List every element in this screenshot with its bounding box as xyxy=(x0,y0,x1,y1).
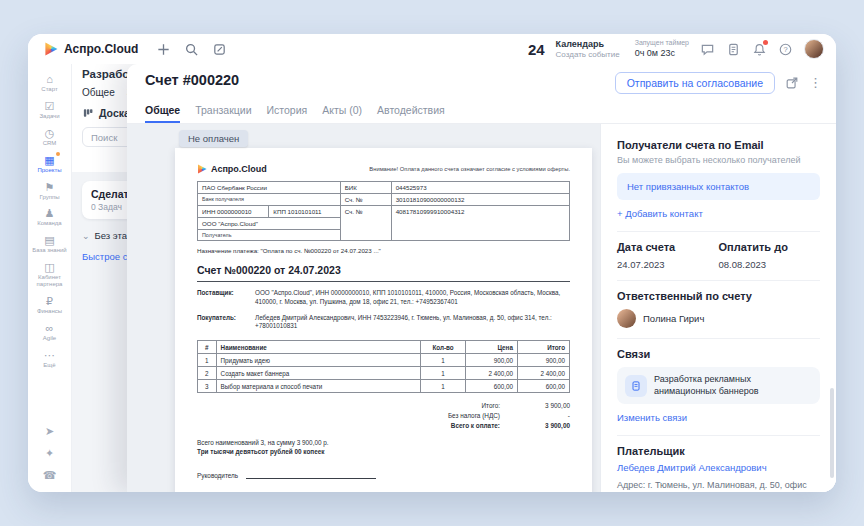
notes-icon[interactable] xyxy=(726,42,741,57)
timer-value: 0ч 0м 23с xyxy=(635,48,689,59)
project-tab-general[interactable]: Общее xyxy=(82,87,115,98)
invoice-tabs: Общее Транзакции История Акты (0) Автоде… xyxy=(127,101,836,124)
app-window: Аспро.Cloud 24 Календарь Создать событие… xyxy=(28,34,836,492)
more-icon: ⋯ xyxy=(44,349,55,361)
relations-section: Связи Разработка рекламных анимационных … xyxy=(617,339,820,436)
left-navigation-rail: ⌂ Старт ☑ Задачи ◷ CRM ▦ Проекты ⚑ Групп… xyxy=(28,64,72,492)
responsible-user[interactable]: Полина Гирич xyxy=(617,309,820,328)
email-recipients-section: Получатели счета по Email Вы можете выбр… xyxy=(617,130,820,232)
edit-relations-link[interactable]: Изменить связи xyxy=(617,412,687,423)
invoice-totals: Итого: 3 900,00 Без налога (НДС) - Всего… xyxy=(380,400,570,430)
gift-icon[interactable]: ✦ xyxy=(45,447,54,460)
sidebar-item-tasks[interactable]: ☑ Задачи xyxy=(28,97,72,123)
sidebar-item-groups[interactable]: ⚑ Группы xyxy=(28,178,72,204)
tab-history[interactable]: История xyxy=(267,101,308,123)
invoice-date-label: Дата счета xyxy=(617,241,719,253)
topbar-right: 24 Календарь Создать событие Запущен тай… xyxy=(528,39,824,59)
status-badge: Не оплачен xyxy=(179,130,248,147)
projects-icon: ▦ xyxy=(44,154,54,166)
invoice-details-panel: Получатели счета по Email Вы можете выбр… xyxy=(600,124,836,492)
tasks-icon: ☑ xyxy=(45,100,55,112)
topbar: Аспро.Cloud 24 Календарь Создать событие… xyxy=(28,34,836,64)
items-summary: Всего наименований 3, на сумму 3 900,00 … xyxy=(197,439,570,446)
no-contacts-notice[interactable]: Нет привязанных контактов xyxy=(617,173,820,200)
invoice-modal-header: Счет #000220 Отправить на согласование ⋮ xyxy=(127,64,836,94)
topbar-quick-icons xyxy=(156,42,227,57)
invoice-modal: Счет #000220 Отправить на согласование ⋮… xyxy=(127,64,836,492)
sidebar-item-team[interactable]: ♟ Команда xyxy=(28,204,72,230)
payment-purpose: Назначение платежа: "Оплата по сч. №0002… xyxy=(197,247,570,254)
finance-icon: ₽ xyxy=(46,295,53,307)
tab-acts[interactable]: Акты (0) xyxy=(322,101,362,123)
knowledge-base-icon: ▤ xyxy=(44,234,54,246)
home-icon: ⌂ xyxy=(46,73,53,85)
sidebar-item-crm[interactable]: ◷ CRM xyxy=(28,124,72,150)
phone-icon[interactable]: ☎ xyxy=(43,469,57,482)
open-external-icon[interactable] xyxy=(785,76,799,90)
bank-details-table: ПАО Сбербанк России БИК 044525973 Банк п… xyxy=(197,181,570,241)
related-project-name: Разработка рекламных анимационных баннер… xyxy=(654,374,812,397)
payer-address: Адрес: г. Тюмень, ул. Малиновая, д. 50, … xyxy=(617,479,820,492)
svg-text:?: ? xyxy=(783,45,787,54)
plus-icon[interactable] xyxy=(156,42,171,57)
related-project-card[interactable]: Разработка рекламных анимационных баннер… xyxy=(617,367,820,404)
calendar-day-number[interactable]: 24 xyxy=(528,41,545,58)
app-logo-icon xyxy=(44,42,58,56)
buyer-row: Покупатель: Лебедев Дмитрий Александрови… xyxy=(197,314,570,332)
search-icon[interactable] xyxy=(184,42,199,57)
kebab-menu-icon[interactable]: ⋮ xyxy=(809,76,822,90)
partner-cabinet-icon: ◫ xyxy=(44,261,54,273)
timer-label: Запущен таймер xyxy=(635,39,689,47)
doc-logo-icon xyxy=(197,164,207,174)
calendar-widget[interactable]: Календарь Создать событие xyxy=(556,39,620,59)
payer-section: Плательщик Лебедев Дмитрий Александрович… xyxy=(617,436,820,492)
due-date-value: 08.08.2023 xyxy=(719,259,821,270)
sidebar-item-more[interactable]: ⋯ Ещё xyxy=(28,346,72,372)
amount-in-words: Три тысячи девятьсот рублей 00 копеек xyxy=(197,448,570,455)
signature-row: Руководитель xyxy=(197,472,570,479)
kanban-icon xyxy=(82,107,94,119)
rocket-icon[interactable]: ➤ xyxy=(45,425,54,438)
sidebar-item-partner-cabinet[interactable]: ◫ Кабинет партнера xyxy=(28,258,72,291)
sidebar-item-start[interactable]: ⌂ Старт xyxy=(28,70,72,96)
timer-widget[interactable]: Запущен таймер 0ч 0м 23с xyxy=(635,39,689,58)
project-tab-label: Разрабо xyxy=(82,68,129,80)
calendar-title: Календарь xyxy=(556,39,620,49)
responsible-section: Ответственный по счету Полина Гирич xyxy=(617,281,820,339)
rail-bottom-icons: ➤ ✦ ☎ xyxy=(43,425,57,482)
sidebar-item-projects[interactable]: ▦ Проекты xyxy=(28,151,72,177)
sidebar-item-agile[interactable]: ∞ Agile xyxy=(28,319,72,345)
page-title: Счет #000220 xyxy=(145,72,239,88)
sidebar-item-knowledge-base[interactable]: ▤ База знаний xyxy=(28,231,72,257)
doc-offer-warning: Внимание! Оплата данного счета означает … xyxy=(369,164,570,172)
tab-general[interactable]: Общее xyxy=(145,101,180,123)
supplier-row: Поставщик: ООО "Аспро.Cloud", ИНН 000000… xyxy=(197,289,570,307)
help-icon[interactable]: ? xyxy=(778,42,793,57)
invoice-actions: Отправить на согласование ⋮ xyxy=(615,72,822,94)
table-row: 2 Создать макет баннера 1 2 400,00 2 400… xyxy=(198,367,570,380)
due-date-label: Оплатить до xyxy=(719,241,821,253)
user-avatar[interactable] xyxy=(804,39,824,59)
invoice-modal-body: Не оплачен Аспро.Cloud Внимание! Оплата … xyxy=(127,124,836,492)
add-contact-link[interactable]: + Добавить контакт xyxy=(617,208,703,219)
tab-transactions[interactable]: Транзакции xyxy=(195,101,251,123)
invoice-title: Счет №000220 от 24.07.2023 xyxy=(197,264,570,282)
tab-automations[interactable]: Автодействия xyxy=(377,101,445,123)
invoice-dates-section: Дата счета 24.07.2023 Оплатить до 08.08.… xyxy=(617,232,820,281)
avatar xyxy=(617,309,636,328)
sidebar-item-finance[interactable]: ₽ Финансы xyxy=(28,292,72,318)
app-brand-label: Аспро.Cloud xyxy=(64,42,138,56)
bell-icon[interactable] xyxy=(752,42,767,57)
payer-name-link[interactable]: Лебедев Дмитрий Александрович xyxy=(617,462,767,473)
projects-badge-dot xyxy=(56,152,60,156)
chat-icon[interactable] xyxy=(700,42,715,57)
invoice-document: Аспро.Cloud Внимание! Оплата данного сче… xyxy=(175,148,592,492)
board-view-label: Доска xyxy=(99,107,130,119)
app-brand[interactable]: Аспро.Cloud xyxy=(44,42,138,56)
send-for-approval-button[interactable]: Отправить на согласование xyxy=(615,72,775,94)
agile-icon: ∞ xyxy=(46,322,54,334)
invoice-items-table: # Наименование Кол-во Цена Итого 1 Приду… xyxy=(197,340,570,393)
scrollbar-thumb[interactable] xyxy=(830,388,834,478)
quick-note-icon[interactable] xyxy=(212,42,227,57)
team-icon: ♟ xyxy=(45,207,55,219)
